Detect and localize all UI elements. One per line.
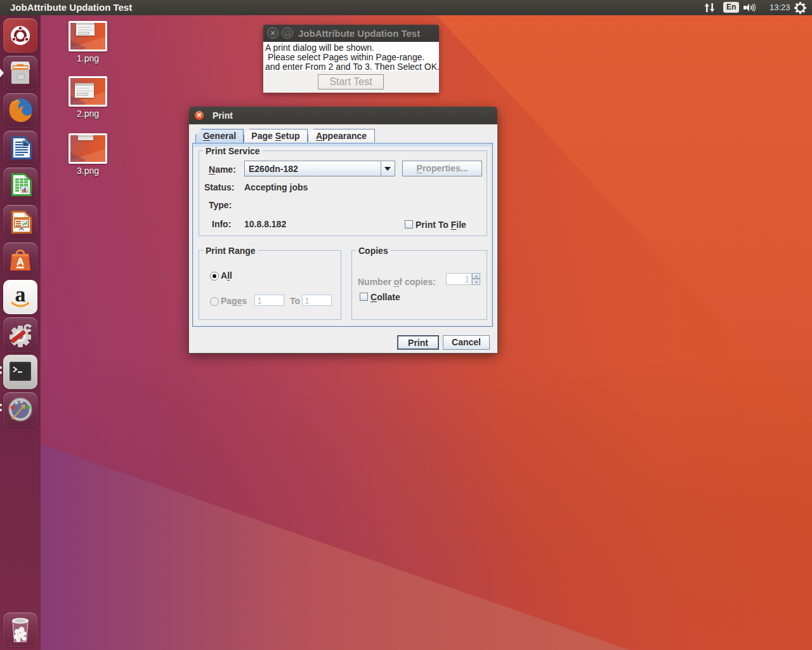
svg-text:a: a bbox=[15, 282, 26, 306]
